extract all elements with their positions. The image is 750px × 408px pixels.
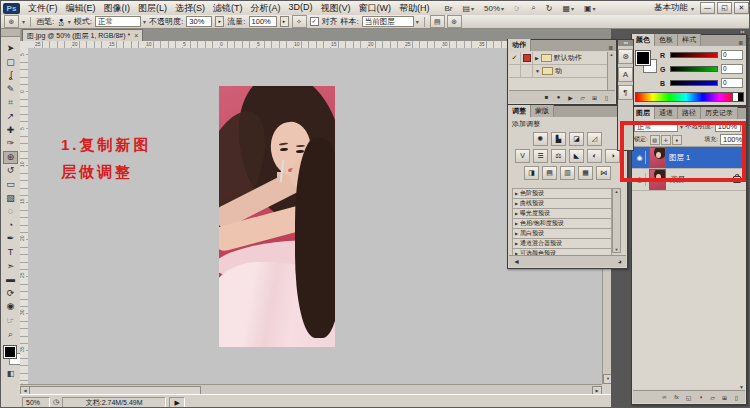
channel-value-input[interactable]: 0 (721, 64, 743, 74)
restore-button[interactable]: ◱ (717, 2, 732, 14)
eyedropper-tool[interactable]: ↗ (3, 110, 18, 123)
color-tab[interactable]: 颜色 (632, 34, 655, 46)
new-action-button[interactable]: ⊞ (590, 94, 599, 101)
action-row[interactable]: ✓▶默认动作 (509, 52, 608, 65)
delete-layer-button[interactable]: ▯ (732, 394, 741, 401)
scroll-up-icon[interactable]: ▲ (613, 189, 620, 194)
flow-slider-button[interactable]: ▸ (280, 16, 289, 27)
horizontal-scrollbar[interactable]: ◀ ▶ (20, 384, 602, 394)
new-layer-button[interactable]: ⊞ (720, 394, 729, 401)
path-selection-tool[interactable]: ➣ (3, 260, 18, 273)
type-tool[interactable]: T (3, 246, 18, 259)
lock-all-button[interactable]: ♦ (672, 135, 682, 145)
menu-item[interactable]: 帮助(H) (395, 1, 434, 16)
minimize-button[interactable]: — (700, 2, 715, 14)
action-dialog-toggle[interactable] (521, 52, 533, 64)
action-check-toggle[interactable] (509, 65, 521, 77)
appbar-launch-bridge-button[interactable]: Br (442, 3, 456, 14)
quick-selection-tool[interactable]: ✎ (3, 83, 18, 96)
workspace-switcher[interactable]: 基本功能 ▾ (650, 2, 698, 14)
channel-value-input[interactable]: 0 (721, 78, 743, 88)
blur-tool[interactable]: ◌ (3, 205, 18, 218)
brush-preset-picker[interactable]: ● 10 (58, 17, 64, 26)
appbar-hand-button[interactable]: ☞ (511, 3, 524, 14)
adjustments-tab[interactable]: 蒙版 (531, 105, 554, 117)
menu-item[interactable]: 图像(I) (100, 1, 135, 16)
collapse-strip-header[interactable]: ◂◂ (618, 40, 633, 46)
preset-item[interactable]: ▶色阶预设 (512, 188, 612, 199)
lock-transparent-pixels-button[interactable]: ▨ (650, 135, 660, 145)
appbar-arrange-documents-button[interactable]: ▣▾ (581, 3, 599, 14)
3d-rotate-tool[interactable]: ⟳ (3, 287, 18, 300)
menu-item[interactable]: 图层(L) (134, 1, 171, 16)
layer-opacity-input[interactable]: 100% (715, 121, 741, 132)
color-tab[interactable]: 样式 (678, 34, 701, 46)
action-dialog-toggle[interactable] (521, 65, 533, 77)
gradient-map-adjustment-button[interactable]: ▦ (578, 166, 593, 180)
expand-arrow-icon[interactable]: ▼ (535, 68, 540, 74)
channel-slider[interactable] (670, 80, 718, 86)
menu-item[interactable]: 文件(F) (24, 1, 62, 16)
black-white-swatches[interactable] (732, 92, 744, 102)
aligned-checkbox[interactable]: ✓ (310, 17, 319, 26)
marquee-tool[interactable]: ▢ (3, 56, 18, 69)
lasso-tool[interactable]: ʆ (3, 69, 18, 82)
delete-action-button[interactable]: ▯ (602, 94, 611, 101)
opacity-slider-button[interactable]: ▸ (215, 16, 224, 27)
opacity-input[interactable]: 30% (186, 16, 212, 27)
document-tab[interactable]: 图.jpg @ 50% (图层 1, RGB/8#) * × (22, 29, 143, 41)
photo-filter-adjustment-button[interactable]: ◐ (587, 149, 602, 163)
paragraph-panel-button[interactable]: ¶ (618, 85, 633, 100)
new-adjustment-layer-button[interactable]: ◑ (696, 394, 705, 400)
layers-tab[interactable]: 路径 (678, 107, 701, 119)
actions-tab[interactable]: 动作 (508, 39, 531, 51)
menu-item[interactable]: 编辑(E) (62, 1, 100, 16)
menu-item[interactable]: 视图(V) (317, 1, 355, 16)
preset-item[interactable]: ▶通道混合器预设 (512, 239, 612, 249)
adjustments-tab[interactable]: 调整 (508, 105, 531, 117)
foreground-color-swatch[interactable] (4, 346, 16, 358)
record-button[interactable]: ● (554, 94, 563, 100)
layers-tab[interactable]: 历史记录 (701, 107, 738, 119)
posterize-adjustment-button[interactable]: ▤ (542, 166, 557, 180)
3d-orbit-tool[interactable]: ◉ (3, 300, 18, 313)
zoom-tool[interactable]: ⌕ (3, 328, 18, 341)
healing-brush-tool[interactable]: ✚ (3, 124, 18, 137)
toolbox-grip[interactable] (1, 29, 20, 37)
appbar-view-extras-button[interactable]: ▤▾ (460, 3, 478, 14)
channel-slider[interactable] (670, 52, 718, 58)
status-expand-button[interactable]: ▶ (169, 397, 185, 408)
sample-select[interactable]: 当前图层 ▾ (362, 16, 419, 27)
tool-preset-picker[interactable]: ⊛ (4, 15, 19, 28)
quick-mask-button[interactable]: ◧ (5, 369, 16, 378)
clone-stamp-tool[interactable]: ⊛ (3, 151, 18, 164)
actions-scrollbar[interactable]: ▲ (607, 52, 615, 91)
toggle-clone-source-panel-button[interactable]: ⊛ (447, 15, 462, 28)
threshold-adjustment-button[interactable]: ▥ (560, 166, 575, 180)
selective-color-adjustment-button[interactable]: ⋈ (596, 166, 611, 180)
preset-item[interactable]: ▶曲线预设 (512, 199, 612, 209)
layer-fill-input[interactable]: 100% (720, 134, 744, 145)
channel-mixer-adjustment-button[interactable]: ◑ (605, 149, 620, 163)
menu-item[interactable]: 分析(A) (247, 1, 285, 16)
color-tab[interactable]: 色板 (655, 34, 678, 46)
expand-arrow-icon[interactable]: ▶ (535, 55, 539, 61)
layers-tab[interactable]: 通道 (655, 107, 678, 119)
zoom-percentage-field[interactable]: 50% (22, 397, 50, 408)
vibrance-adjustment-button[interactable]: V (515, 149, 530, 163)
hue-saturation-adjustment-button[interactable]: ☰ (533, 149, 548, 163)
color-balance-adjustment-button[interactable]: ⚖ (551, 149, 566, 163)
appbar-rotate-view-button[interactable]: ↻ (543, 3, 556, 14)
add-layer-mask-button[interactable]: ◱ (684, 394, 693, 401)
action-row[interactable]: ▼动 (509, 65, 608, 78)
menu-item[interactable]: 窗口(W) (355, 1, 396, 16)
foreground-color-swatch[interactable] (636, 51, 650, 65)
gradient-tool[interactable]: ▧ (3, 192, 18, 205)
channel-slider[interactable] (670, 66, 718, 72)
preset-item[interactable]: ▶黑白预设 (512, 229, 612, 239)
move-tool[interactable]: ➤ (3, 42, 18, 55)
new-group-button[interactable]: ▱ (708, 394, 717, 401)
presets-scrollbar[interactable]: ▲ ▼ (612, 188, 621, 253)
scroll-down-icon[interactable]: ▼ (613, 247, 620, 252)
preset-item[interactable]: ▶色相/饱和度预设 (512, 219, 612, 229)
